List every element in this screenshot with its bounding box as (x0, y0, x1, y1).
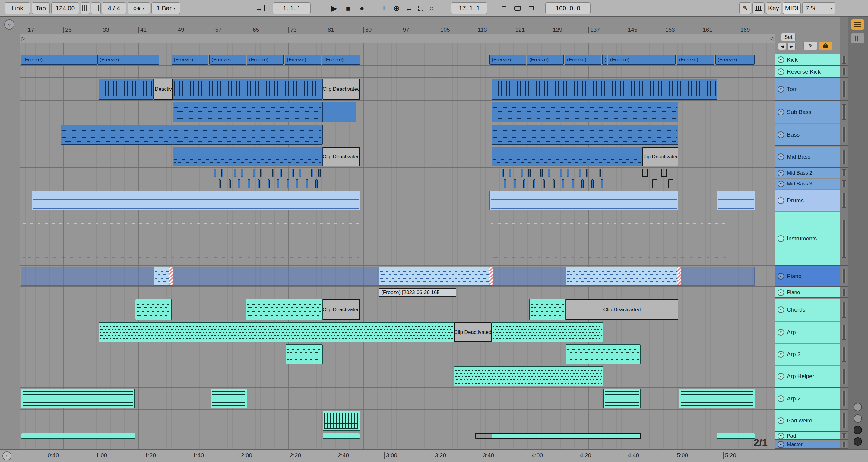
track-lane[interactable] (20, 344, 775, 365)
clip[interactable]: Clip Deactivated (566, 299, 678, 320)
clip[interactable] (173, 79, 323, 99)
toggle-button-3[interactable] (854, 426, 862, 434)
track-header[interactable]: ▾Sub Bass (775, 101, 840, 123)
lock-envelopes-button[interactable] (818, 41, 832, 50)
fold-track-icon[interactable]: ▾ (777, 154, 784, 160)
clip[interactable] (642, 169, 648, 177)
track-lane[interactable] (20, 410, 775, 432)
clip[interactable] (529, 299, 566, 320)
clip[interactable] (504, 179, 506, 188)
clip[interactable] (492, 322, 603, 342)
clip[interactable] (492, 102, 678, 122)
clip[interactable] (99, 322, 454, 342)
group-fold-icon[interactable]: ≡ (777, 197, 784, 204)
clip[interactable] (280, 169, 282, 177)
track-lane[interactable]: Clip Deactivated (20, 322, 775, 343)
scroll-left-icon[interactable]: ▷ (21, 35, 25, 41)
track-header[interactable]: ▾Bass (775, 124, 840, 146)
track-header[interactable]: ≡Drums (775, 190, 840, 211)
fold-track-icon[interactable]: ▾ (777, 395, 784, 402)
clip[interactable] (492, 79, 717, 99)
clip[interactable]: (Freeze) (247, 55, 283, 65)
follow-button[interactable]: → (252, 2, 268, 14)
fold-track-icon[interactable]: ▾ (777, 170, 784, 177)
track-header[interactable]: ▾Arp (775, 322, 840, 343)
beat-time-ruler[interactable]: 1725334149576573818997105113121129137145… (20, 25, 775, 34)
clip[interactable]: Clip Deactivated (642, 147, 678, 166)
fold-track-icon[interactable]: ▾ (777, 131, 784, 138)
mixer-view-button[interactable] (851, 33, 864, 43)
clip[interactable] (490, 213, 731, 265)
key-map-button[interactable]: Key (766, 2, 781, 14)
clip[interactable] (238, 179, 240, 188)
clip[interactable] (22, 213, 360, 265)
clip[interactable]: Clip Deactivated (154, 79, 173, 99)
track-lane[interactable]: Clip DeactivatedClip Deactivated (20, 78, 775, 101)
clip[interactable] (533, 179, 535, 188)
clip[interactable] (717, 433, 755, 439)
clip[interactable] (306, 179, 308, 188)
clip[interactable] (490, 191, 678, 210)
midi-map-button[interactable]: MIDI (783, 2, 801, 14)
clip[interactable] (542, 179, 545, 188)
overdub-button[interactable]: ⊕ (391, 2, 402, 14)
clip[interactable]: (Freeze) (715, 55, 754, 65)
clip[interactable]: (Freeze) [2023-06-26 165 (379, 288, 456, 297)
metronome-button[interactable]: ○●▾ (128, 2, 150, 14)
clip[interactable] (214, 169, 216, 177)
clip[interactable] (560, 169, 562, 177)
clip[interactable] (528, 169, 530, 177)
capture-midi-button[interactable]: ○ (427, 2, 437, 14)
fold-arrangement-button[interactable]: ▽ (4, 19, 14, 30)
clip[interactable] (582, 179, 584, 188)
clip[interactable] (323, 433, 360, 439)
record-button[interactable]: ● (356, 2, 367, 14)
draw-automation-button[interactable]: ✎ (803, 41, 817, 50)
nudge-down-button[interactable] (81, 2, 90, 14)
clip[interactable] (572, 179, 574, 188)
track-header[interactable]: ▾Piano (775, 287, 840, 298)
toggle-button-2[interactable] (854, 414, 862, 423)
clip[interactable]: (Freeze) (677, 55, 714, 65)
fold-track-icon[interactable]: ▾ (777, 289, 784, 296)
clip[interactable]: (Freeze) (490, 55, 526, 65)
toggle-button-4[interactable] (854, 437, 862, 446)
clip[interactable]: (Freeze) (172, 55, 208, 65)
clip[interactable]: (Freeze) (527, 55, 564, 65)
clip[interactable] (292, 169, 294, 177)
loop-length-field[interactable]: 160. 0. 0 (545, 2, 591, 14)
clip[interactable]: (Freeze) (322, 55, 360, 65)
warp-toggle-button[interactable]: ≈ (2, 452, 11, 461)
clip[interactable] (514, 179, 516, 188)
track-header[interactable]: ▾Pad weird (775, 410, 840, 432)
set-button[interactable]: Set (781, 33, 796, 41)
track-header[interactable]: ▾Reverse Kick (775, 66, 840, 78)
clip[interactable]: (Freeze) (602, 55, 608, 65)
fold-track-icon[interactable]: ▾ (777, 86, 784, 93)
fold-track-icon[interactable]: ▾ (777, 441, 784, 448)
track-lane[interactable] (20, 366, 775, 388)
play-button[interactable]: ▶ (329, 2, 340, 14)
clip[interactable] (379, 267, 493, 285)
clip[interactable] (652, 179, 657, 188)
clip[interactable] (135, 299, 172, 320)
clip[interactable]: (Freeze) (97, 55, 159, 65)
loop-button[interactable] (511, 2, 524, 14)
track-lane[interactable] (20, 66, 775, 78)
clip[interactable] (299, 169, 301, 177)
clip[interactable] (173, 125, 323, 145)
clip[interactable] (221, 169, 223, 177)
fold-track-icon[interactable]: ▾ (777, 418, 784, 424)
arrangement-lanes[interactable]: (Freeze)(Freeze)(Freeze)(Freeze)(Freeze)… (20, 43, 775, 449)
time-ruler[interactable]: ≈ 0:401:001:201:402:002:202:403:003:203:… (0, 449, 868, 462)
clip[interactable] (277, 179, 279, 188)
stop-button[interactable]: ■ (343, 2, 353, 14)
clip[interactable] (586, 169, 588, 177)
clip[interactable] (253, 169, 255, 177)
clip[interactable]: Clip Deactivated (323, 79, 360, 99)
clip[interactable] (248, 179, 250, 188)
clip[interactable] (32, 191, 360, 210)
fold-track-icon[interactable]: ▾ (777, 351, 784, 358)
clip[interactable] (717, 191, 755, 210)
track-header[interactable]: ▾Mid Bass (775, 147, 840, 168)
